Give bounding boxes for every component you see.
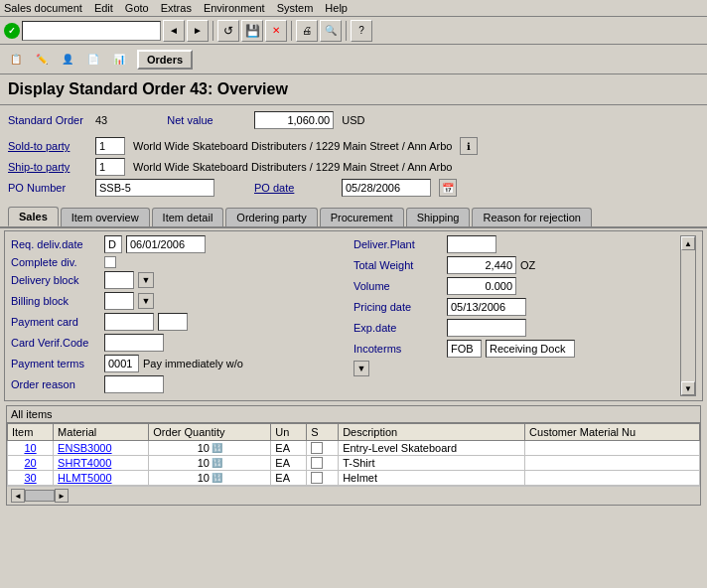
- tab-reason-rejection[interactable]: Reason for rejection: [472, 208, 591, 226]
- sold-to-info-icon[interactable]: ℹ: [460, 137, 478, 155]
- stop-btn[interactable]: ✕: [265, 20, 287, 42]
- cell-s: [307, 471, 339, 486]
- cell-item[interactable]: 20: [8, 456, 54, 471]
- payment-card-input[interactable]: [104, 313, 154, 331]
- ship-to-row: Ship-to party World Wide Skateboard Dist…: [8, 158, 699, 176]
- pricing-date-input[interactable]: [447, 298, 526, 316]
- tb-icon-4[interactable]: 📄: [81, 48, 105, 72]
- total-weight-input[interactable]: [447, 256, 516, 274]
- help-btn[interactable]: ?: [351, 20, 372, 42]
- h-scrollbar-thumb[interactable]: [25, 490, 55, 502]
- delivery-block-icon[interactable]: ▼: [138, 272, 154, 288]
- command-input[interactable]: [22, 21, 161, 41]
- cell-material[interactable]: SHRT4000: [54, 456, 149, 471]
- po-date-calendar-icon[interactable]: 📅: [439, 179, 457, 197]
- billing-block-icon[interactable]: ▼: [138, 293, 154, 309]
- col-description: Description: [339, 424, 525, 441]
- req-deliv-d[interactable]: [104, 235, 122, 253]
- volume-input[interactable]: [447, 277, 516, 295]
- ship-to-label[interactable]: Ship-to party: [8, 161, 87, 173]
- volume-label: Volume: [354, 280, 443, 292]
- qty-picker-icon[interactable]: 🔢: [212, 473, 222, 483]
- cell-order-qty: 10 🔢: [149, 471, 271, 486]
- vertical-scrollbar[interactable]: ▲ ▼: [680, 235, 696, 396]
- refresh-btn[interactable]: ↺: [217, 20, 239, 42]
- req-deliv-row: Req. deliv.date: [11, 235, 334, 253]
- req-deliv-date-input[interactable]: [126, 235, 206, 253]
- order-reason-icon[interactable]: ▼: [354, 361, 369, 376]
- menu-help[interactable]: Help: [325, 2, 348, 14]
- cell-material[interactable]: ENSB3000: [54, 441, 149, 456]
- total-weight-row: Total Weight OZ: [354, 256, 676, 274]
- incoterms-row: Incoterms: [354, 340, 676, 358]
- card-verif-input[interactable]: [104, 334, 164, 352]
- cell-material[interactable]: HLMT5000: [54, 471, 149, 486]
- status-indicator: ✓: [4, 23, 20, 39]
- tb-icon-3[interactable]: 👤: [56, 48, 79, 72]
- billing-block-input[interactable]: [104, 292, 134, 310]
- orders-button[interactable]: Orders: [137, 50, 193, 70]
- table-row: 20 SHRT4000 10 🔢 EA T-Shirt: [8, 456, 700, 471]
- menu-edit[interactable]: Edit: [94, 2, 113, 14]
- ship-to-input[interactable]: [95, 158, 125, 176]
- col-customer-mat: Customer Material Nu: [525, 424, 700, 441]
- tab-sales[interactable]: Sales: [8, 207, 59, 226]
- menu-goto[interactable]: Goto: [125, 2, 149, 14]
- incoterms-desc[interactable]: [486, 340, 575, 358]
- tab-ordering-party[interactable]: Ordering party: [225, 208, 317, 226]
- tab-item-overview[interactable]: Item overview: [61, 208, 150, 226]
- scroll-up-arrow[interactable]: ▲: [681, 236, 695, 250]
- tab-shipping[interactable]: Shipping: [406, 208, 471, 226]
- scroll-left-arrow[interactable]: ◄: [11, 489, 25, 503]
- delivery-block-input[interactable]: [104, 271, 134, 289]
- menu-extras[interactable]: Extras: [161, 2, 192, 14]
- menu-environment[interactable]: Environment: [204, 2, 265, 14]
- tab-procurement[interactable]: Procurement: [320, 208, 404, 226]
- po-number-input[interactable]: [95, 179, 214, 197]
- incoterms-code[interactable]: [447, 340, 482, 358]
- deliver-plant-input[interactable]: [447, 235, 496, 253]
- payment-terms-code[interactable]: [104, 355, 139, 372]
- tb-icon-2[interactable]: ✏️: [30, 48, 54, 72]
- cell-un: EA: [271, 471, 307, 486]
- cell-customer-mat: [525, 456, 700, 471]
- sold-to-label[interactable]: Sold-to party: [8, 140, 87, 152]
- net-value-input[interactable]: [254, 111, 334, 129]
- menu-sales-document[interactable]: Sales document: [4, 2, 82, 14]
- sold-to-input[interactable]: [95, 137, 125, 155]
- billing-block-label: Billing block: [11, 295, 100, 307]
- tb-icon-1[interactable]: 📋: [4, 48, 28, 72]
- scroll-right-arrow[interactable]: ►: [55, 489, 69, 503]
- sep1: [212, 21, 213, 41]
- exp-date-input[interactable]: [447, 319, 526, 337]
- col-item: Item: [8, 424, 54, 441]
- form-area: Standard Order 43 Net value USD Sold-to …: [0, 105, 707, 207]
- nav-fwd-btn[interactable]: ►: [187, 20, 209, 42]
- cell-item[interactable]: 30: [8, 471, 54, 486]
- payment-card-extra[interactable]: [158, 313, 188, 331]
- find-btn[interactable]: 🔍: [320, 20, 342, 42]
- order-reason-input[interactable]: [104, 375, 164, 393]
- tab-item-detail[interactable]: Item detail: [152, 208, 224, 226]
- tb-icon-5[interactable]: 📊: [107, 48, 131, 72]
- nav-back-btn[interactable]: ◄: [163, 20, 185, 42]
- payment-terms-desc: Pay immediately w/o: [143, 358, 243, 369]
- complete-div-checkbox[interactable]: [104, 256, 116, 268]
- pricing-date-row: Pricing date: [354, 298, 676, 316]
- po-date-input[interactable]: [342, 179, 431, 197]
- cell-item[interactable]: 10: [8, 441, 54, 456]
- billing-block-row: Billing block ▼: [11, 292, 334, 310]
- content-panel: Req. deliv.date Complete div. Delivery b…: [4, 230, 703, 401]
- cell-un: EA: [271, 441, 307, 456]
- standard-order-value: 43: [95, 114, 107, 126]
- scroll-down-arrow[interactable]: ▼: [681, 381, 695, 395]
- print-btn[interactable]: 🖨: [296, 20, 318, 42]
- qty-picker-icon[interactable]: 🔢: [212, 458, 222, 468]
- menu-system[interactable]: System: [277, 2, 314, 14]
- deliver-plant-row: Deliver.Plant: [354, 235, 676, 253]
- qty-picker-icon[interactable]: 🔢: [212, 443, 222, 453]
- po-date-label[interactable]: PO date: [254, 182, 334, 194]
- save-btn[interactable]: 💾: [241, 20, 263, 42]
- payment-terms-row: Payment terms Pay immediately w/o: [11, 355, 334, 372]
- net-value-label: Net value: [167, 114, 246, 126]
